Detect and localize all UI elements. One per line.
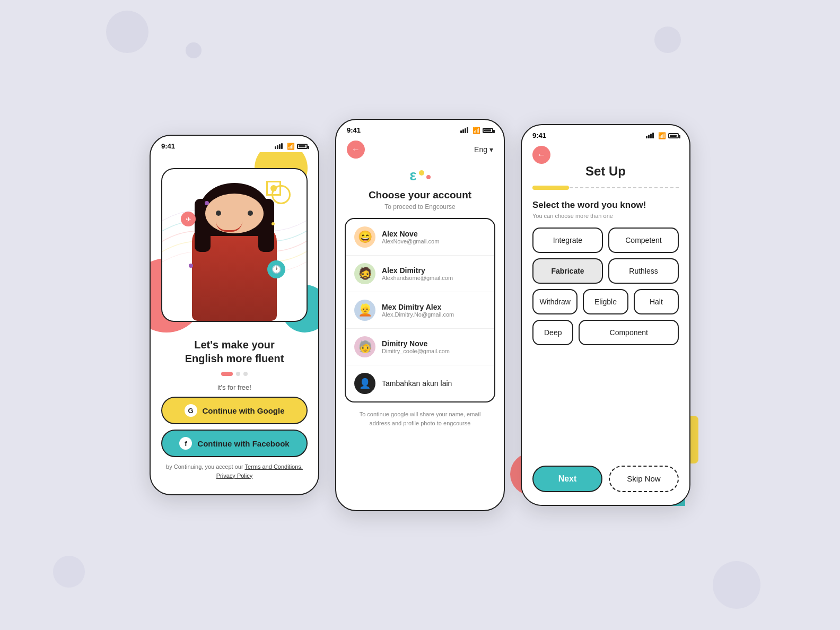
word-ruthless[interactable]: Ruthless [608,258,679,284]
deco-clock-icon: 🕐 [267,260,285,278]
words-row-2: Fabricate Ruthless [532,258,679,284]
app-logo: ε [336,159,504,189]
words-row-1: Integrate Competent [532,228,679,253]
phone1-headline: Let's make your English more fluent [161,338,308,365]
add-account-item[interactable]: 👤 + Tambahkan akun lain [346,365,494,401]
phone-1: 9:41 📶 [150,135,319,495]
status-bar-3: 9:41 📶 [522,125,689,142]
lang-selector[interactable]: Eng ▾ [474,145,493,154]
add-account-text: Tambahkan akun lain [382,379,452,388]
deco-dot-4 [270,185,277,191]
account-item-3[interactable]: 👱 Mex Dimitry Alex Alex.Dimitry.No@gmail… [346,292,494,329]
phone3-header: ← [522,142,689,164]
status-icons-2: 📶 [460,127,493,134]
setup-title: Set Up [532,164,679,179]
word-fabricate[interactable]: Fabricate [532,258,603,284]
account-item-1[interactable]: 😄 Alex Nove AlexNove@gmail.com [346,219,494,256]
account-item-4[interactable]: 🧓 Dimitry Nove Dimitry_coole@gmail.com [346,329,494,365]
dot-1 [221,372,233,376]
google-icon: G [185,404,197,417]
phone2-subtitle: To proceed to Engcourse [336,203,504,211]
status-icons-1: 📶 [275,143,308,150]
deco-send-icon: ✈ [181,212,196,226]
dot-2 [236,372,240,376]
account-info-3: Mex Dimitry Alex Alex.Dimitry.No@gmail.c… [382,303,486,318]
deco-dot-1 [205,201,209,205]
account-info-1: Alex Nove AlexNove@gmail.com [382,230,486,244]
phone3-bottom-actions: Next Skip Now [522,458,689,505]
word-deep[interactable]: Deep [532,320,573,345]
avatar-3: 👱 [354,300,375,321]
skip-btn[interactable]: Skip Now [609,466,679,492]
phone2-title: Choose your account [336,189,504,201]
battery-2 [483,128,493,133]
avatar-1: 😄 [354,226,375,248]
facebook-icon: f [179,437,192,450]
next-btn[interactable]: Next [532,466,602,492]
logo-dot-pink [426,175,431,179]
avatar-2: 🧔 [354,263,375,284]
phone1-text: Let's make your English more fluent it's… [151,332,318,391]
word-component[interactable]: Component [579,320,679,345]
hero-image-area: ✈ 🕐 [151,152,318,332]
words-hint: You can choose more than one [532,213,679,219]
time-1: 9:41 [161,142,175,150]
accounts-list: 😄 Alex Nove AlexNove@gmail.com 🧔 Alex Di… [345,218,495,402]
deco-dot-2 [272,222,275,225]
word-eligble[interactable]: Eligble [583,289,628,314]
hero-card: ✈ 🕐 [161,168,308,322]
phone2-header: ← Eng ▾ [336,136,504,159]
word-halt[interactable]: Halt [634,289,679,314]
battery-3 [668,133,679,138]
account-info-4: Dimitry Nove Dimitry_coole@gmail.com [382,339,486,354]
time-3: 9:41 [532,132,546,139]
status-bar-1: 9:41 📶 [151,136,318,152]
status-bar-2: 9:41 📶 [336,120,504,136]
phone-2: 9:41 📶 ← Eng ▾ [335,119,505,511]
words-row-4: Deep Component [532,320,679,345]
progress-bar [532,186,679,189]
dot-3 [243,372,248,376]
words-subtitle: Select the word you know! [532,200,679,211]
logo-letter: ε [409,167,416,184]
phone2-footer: To continue google will share your name,… [336,402,504,427]
word-withdraw[interactable]: Withdraw [532,289,578,314]
add-avatar: 👤 + [354,373,375,394]
word-competent[interactable]: Competent [608,228,679,253]
account-item-2[interactable]: 🧔 Alex Dimitry Alexhandsome@gmail.com [346,256,494,292]
facebook-btn[interactable]: f Continue with Facebook [161,430,308,457]
free-label: it's for free! [161,383,308,391]
avatar-4: 🧓 [354,336,375,357]
time-2: 9:41 [347,126,361,134]
terms-text: by Continuing, you accept our Terms and … [151,462,318,480]
status-icons-3: 📶 [646,132,679,139]
back-btn-3[interactable]: ← [532,146,550,164]
progress-fill [532,186,569,190]
word-integrate[interactable]: Integrate [532,228,603,253]
phone-3: 9:41 📶 ← Set Up [521,124,690,506]
phone3-content: Set Up Select the word you know! You can… [522,164,689,345]
words-row-3: Withdraw Eligble Halt [532,289,679,314]
battery-1 [297,144,308,149]
google-btn[interactable]: G Continue with Google [161,397,308,424]
logo-dot-yellow [419,170,424,176]
back-btn-2[interactable]: ← [347,141,365,159]
deco-dot-3 [189,264,193,268]
page-indicator [161,372,308,376]
account-info-2: Alex Dimitry Alexhandsome@gmail.com [382,266,486,281]
